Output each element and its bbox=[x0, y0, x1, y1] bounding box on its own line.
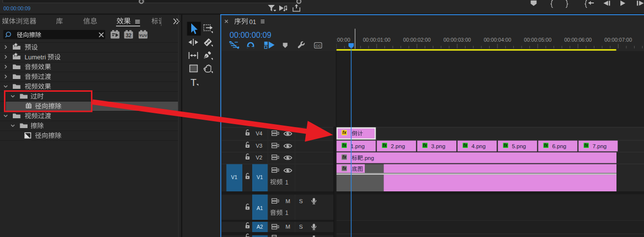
svg-text:YUV: YUV bbox=[139, 33, 147, 38]
svg-text:32: 32 bbox=[126, 32, 132, 38]
svg-text:1: 1 bbox=[285, 179, 289, 186]
svg-text:V4: V4 bbox=[256, 131, 262, 136]
svg-text:V2: V2 bbox=[256, 155, 262, 160]
svg-text:1.png: 1.png bbox=[351, 143, 365, 149]
svg-text:01: 01 bbox=[249, 19, 256, 26]
svg-text:00:00:07:00: 00:00:07:00 bbox=[605, 37, 632, 43]
svg-text:S: S bbox=[299, 198, 303, 204]
svg-text:S: S bbox=[299, 224, 303, 230]
svg-text:M: M bbox=[286, 224, 291, 230]
svg-text:00:00:02:00: 00:00:02:00 bbox=[403, 37, 431, 43]
svg-text:00:00:06:00: 00:00:06:00 bbox=[564, 37, 592, 43]
svg-text:00:00:00:09: 00:00:00:09 bbox=[3, 5, 30, 12]
svg-text:00:00:01:00: 00:00:01:00 bbox=[363, 37, 390, 43]
svg-text:7.png: 7.png bbox=[592, 143, 607, 149]
svg-text:1: 1 bbox=[285, 210, 289, 216]
svg-text:5.png: 5.png bbox=[512, 143, 526, 149]
svg-text:fx: fx bbox=[342, 143, 347, 148]
svg-text:00:00:04:00: 00:00:04:00 bbox=[484, 37, 511, 43]
svg-text:00:00:05:00: 00:00:05:00 bbox=[524, 37, 552, 43]
svg-text:A1: A1 bbox=[257, 205, 263, 211]
svg-text:.png: .png bbox=[363, 155, 374, 161]
svg-text:M: M bbox=[286, 198, 291, 204]
svg-text:V1: V1 bbox=[257, 174, 263, 180]
svg-text:3.png: 3.png bbox=[431, 143, 445, 149]
svg-text:fx: fx bbox=[504, 143, 508, 148]
svg-text:fx: fx bbox=[464, 143, 468, 148]
svg-text:fx: fx bbox=[585, 143, 589, 148]
svg-text:A2: A2 bbox=[257, 224, 263, 230]
svg-text:4.png: 4.png bbox=[471, 143, 486, 149]
svg-text:V3: V3 bbox=[256, 143, 262, 149]
svg-text:fx: fx bbox=[544, 143, 549, 148]
svg-text:fx: fx bbox=[423, 143, 428, 148]
svg-text:2.png: 2.png bbox=[391, 143, 405, 149]
svg-text:T: T bbox=[190, 77, 196, 88]
svg-text:fx: fx bbox=[342, 155, 347, 159]
svg-text:fx: fx bbox=[342, 130, 347, 135]
svg-text:V1: V1 bbox=[231, 174, 237, 180]
svg-text:fx: fx bbox=[342, 166, 347, 171]
svg-text:6.png: 6.png bbox=[552, 143, 566, 149]
svg-text:Lumetri: Lumetri bbox=[25, 53, 46, 61]
svg-text:00:00:03:00: 00:00:03:00 bbox=[443, 37, 471, 43]
svg-text:fx: fx bbox=[382, 143, 387, 148]
svg-text:00:00:00:09: 00:00:00:09 bbox=[230, 30, 271, 40]
svg-text:CC: CC bbox=[316, 44, 321, 48]
